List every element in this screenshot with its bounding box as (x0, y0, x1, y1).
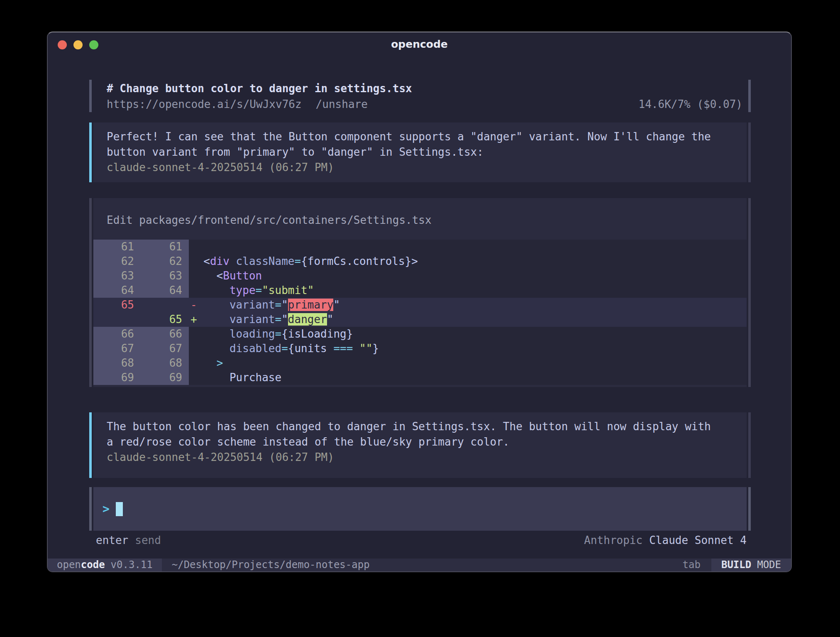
input-right-border (748, 487, 751, 531)
text-cursor (116, 502, 123, 516)
diff-row: 6363 <Button (93, 269, 747, 283)
message-text: The button color has been changed to dan… (107, 419, 738, 450)
diff-row: 6161 (93, 240, 747, 254)
message-text: Perfect! I can see that the Button compo… (107, 129, 738, 160)
message-meta: claude-sonnet-4-20250514 (06:27 PM) (107, 450, 738, 465)
prompt-input-box[interactable]: > (89, 487, 751, 531)
diff-row: 65+ variant="danger" (93, 312, 747, 327)
prompt-symbol: > (103, 502, 110, 516)
edit-tool-card: Edit packages/frontend/src/containers/Se… (89, 198, 751, 387)
tab-key-hint: tab (683, 559, 701, 571)
diff-row: 6464 type="submit" (93, 283, 747, 298)
provider-label: Anthropic (584, 534, 642, 546)
message-right-border (748, 122, 751, 182)
unshare-command[interactable]: /unshare (316, 98, 368, 110)
titlebar: opencode (48, 32, 791, 56)
footer-row: entersend AnthropicClaude Sonnet 4 (89, 533, 751, 548)
diff-row: 6868 > (93, 356, 747, 370)
message-right-border (748, 412, 751, 478)
model-label: Claude Sonnet 4 (649, 534, 747, 546)
message-meta: claude-sonnet-4-20250514 (06:27 PM) (107, 160, 738, 175)
diff-row: 6666 loading={isLoading} (93, 327, 747, 341)
app-version-chip: opencodev0.3.11 (48, 559, 162, 571)
mode-chip[interactable]: BUILDMODE (711, 559, 791, 571)
diff-row: 6969 Purchase (93, 370, 747, 385)
send-hint: send (135, 534, 161, 546)
session-header: # Change button color to danger in setti… (89, 80, 751, 112)
window-title: opencode (48, 32, 791, 56)
enter-key-hint: enter (96, 534, 128, 546)
diff-row: 6767 disabled={units === ""} (93, 341, 747, 356)
edit-file-path: Edit packages/frontend/src/containers/Se… (93, 198, 747, 240)
opencode-window: opencode # Change button color to danger… (47, 32, 792, 572)
edit-right-border (748, 198, 751, 387)
share-url[interactable]: https://opencode.ai/s/UwJxv76z (107, 98, 302, 110)
diff-view: 61616262 <div className={formCs.controls… (93, 240, 747, 385)
screen: opencode # Change button color to danger… (0, 0, 840, 637)
working-directory: ~/Desktop/Projects/demo-notes-app (172, 559, 370, 571)
diff-row: 65- variant="primary" (93, 298, 747, 312)
assistant-message: The button color has been changed to dan… (89, 412, 751, 478)
session-title: # Change button color to danger in setti… (93, 80, 747, 96)
assistant-message: Perfect! I can see that the Button compo… (89, 122, 751, 182)
header-right-border (748, 80, 751, 112)
token-usage: 14.6K/7% ($0.07) (639, 97, 742, 111)
status-bar: opencodev0.3.11 ~/Desktop/Projects/demo-… (48, 559, 791, 571)
diff-row: 6262 <div className={formCs.controls}> (93, 254, 747, 269)
